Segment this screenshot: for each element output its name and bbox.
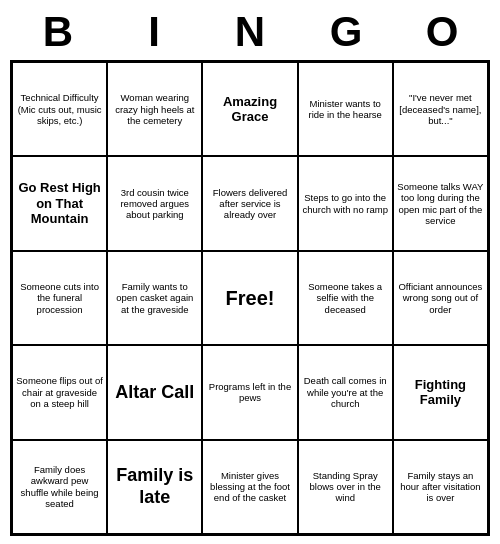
bingo-cell-r2c0: Someone cuts into the funeral procession bbox=[12, 251, 107, 345]
bingo-cell-r4c3: Standing Spray blows over in the wind bbox=[298, 440, 393, 534]
letter-b: B bbox=[14, 8, 102, 56]
bingo-cell-r4c4: Family stays an hour after visitation is… bbox=[393, 440, 488, 534]
bingo-cell-r4c0: Family does awkward pew shuffle while be… bbox=[12, 440, 107, 534]
bingo-cell-r3c0: Someone flips out of chair at graveside … bbox=[12, 345, 107, 439]
bingo-cell-r0c0: Technical Difficulty (Mic cuts out, musi… bbox=[12, 62, 107, 156]
bingo-cell-r4c1: Family is late bbox=[107, 440, 202, 534]
bingo-cell-r2c3: Someone takes a selfie with the deceased bbox=[298, 251, 393, 345]
bingo-cell-r1c1: 3rd cousin twice removed argues about pa… bbox=[107, 156, 202, 250]
bingo-cell-r0c4: "I've never met [deceased's name], but..… bbox=[393, 62, 488, 156]
letter-o: O bbox=[398, 8, 486, 56]
letter-n: N bbox=[206, 8, 294, 56]
bingo-cell-r3c4: Fighting Family bbox=[393, 345, 488, 439]
bingo-cell-r3c2: Programs left in the pews bbox=[202, 345, 297, 439]
bingo-cell-r2c1: Family wants to open casket again at the… bbox=[107, 251, 202, 345]
bingo-cell-r2c4: Officiant announces wrong song out of or… bbox=[393, 251, 488, 345]
bingo-cell-r3c1: Altar Call bbox=[107, 345, 202, 439]
bingo-cell-r1c0: Go Rest High on That Mountain bbox=[12, 156, 107, 250]
bingo-title: B I N G O bbox=[10, 8, 490, 56]
letter-g: G bbox=[302, 8, 390, 56]
bingo-cell-r1c4: Someone talks WAY too long during the op… bbox=[393, 156, 488, 250]
bingo-cell-r3c3: Death call comes in while you're at the … bbox=[298, 345, 393, 439]
bingo-cell-r4c2: Minister gives blessing at the foot end … bbox=[202, 440, 297, 534]
bingo-cell-r1c2: Flowers delivered after service is alrea… bbox=[202, 156, 297, 250]
bingo-cell-r1c3: Steps to go into the church with no ramp bbox=[298, 156, 393, 250]
bingo-cell-r0c2: Amazing Grace bbox=[202, 62, 297, 156]
bingo-cell-r0c3: Minister wants to ride in the hearse bbox=[298, 62, 393, 156]
letter-i: I bbox=[110, 8, 198, 56]
bingo-cell-r2c2: Free! bbox=[202, 251, 297, 345]
bingo-grid: Technical Difficulty (Mic cuts out, musi… bbox=[10, 60, 490, 536]
bingo-cell-r0c1: Woman wearing crazy high heels at the ce… bbox=[107, 62, 202, 156]
